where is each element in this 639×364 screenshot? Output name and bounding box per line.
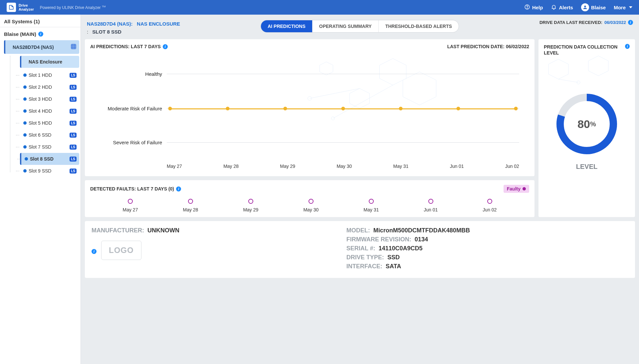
fault-day: May 27 — [123, 199, 138, 212]
x-tick: Jun 01 — [450, 164, 464, 169]
svg-point-2 — [584, 6, 586, 7]
status-dot-icon — [23, 73, 27, 77]
sidebar-slot-item[interactable]: Slot 5 HDDLS — [20, 117, 79, 129]
sidebar-enclosure-node[interactable]: NAS Enclosure — [20, 56, 79, 68]
data-point — [168, 107, 172, 110]
fault-marker-icon — [428, 199, 433, 204]
level-title: PREDICTION DATA COLLECTION LEVEL — [544, 44, 625, 56]
ls-badge: LS — [70, 109, 77, 114]
x-tick: May 31 — [393, 164, 409, 169]
slot-label: Slot 2 HDD — [29, 84, 52, 90]
sidebar-slot-item[interactable]: Slot 9 SSDLS — [20, 165, 79, 177]
slot-label: Slot 5 HDD — [29, 120, 52, 126]
status-dot-icon — [23, 145, 27, 149]
predictions-title: AI PREDICTIONS: LAST 7 DAYS — [90, 44, 161, 49]
slot-label: Slot 4 HDD — [29, 108, 52, 114]
sidebar-slot-item[interactable]: Slot 4 HDDLS — [20, 105, 79, 117]
sidebar-slot-item[interactable]: Slot 1 HDDLS — [20, 69, 79, 81]
fault-date: May 29 — [243, 207, 258, 212]
decorative-hex-bg — [90, 52, 529, 172]
predictions-card: AI PREDICTIONS: LAST 7 DAYS i LAST PREDI… — [85, 39, 534, 176]
main-content: NAS28D7D4 (NAS): NAS ENCLOSURE : SLOT 8 … — [81, 15, 639, 364]
tab-ai-predictions[interactable]: AI PREDICTIONS — [261, 20, 313, 32]
x-tick: May 27 — [167, 164, 182, 169]
sidebar-user-node[interactable]: Blaise (MAIN) i — [0, 27, 81, 40]
breadcrumb-nas[interactable]: NAS28D7D4 (NAS): — [87, 21, 133, 27]
fault-date: May 31 — [363, 207, 379, 212]
svg-point-9 — [331, 117, 335, 120]
breadcrumb: NAS28D7D4 (NAS): NAS ENCLOSURE : SLOT 8 … — [87, 20, 180, 36]
sidebar-slot-item[interactable]: Slot 3 HDDLS — [20, 93, 79, 105]
info-icon[interactable]: i — [38, 32, 43, 37]
sidebar-slot-item[interactable]: Slot 8 SSDLS — [20, 153, 79, 165]
status-dot-icon — [23, 85, 27, 89]
grid-icon[interactable] — [71, 44, 77, 51]
svg-marker-4 — [380, 59, 406, 85]
drive-info-card: MANUFACTURER: UNKNOWN i LOGO MODEL:Micro… — [85, 221, 635, 278]
slot-label: Slot 7 SSD — [29, 144, 51, 150]
ls-badge: LS — [70, 121, 77, 126]
svg-marker-7 — [320, 62, 333, 75]
powered-by: Powered by ULINK Drive Analyzer TM — [40, 5, 106, 10]
data-point — [226, 107, 230, 110]
sidebar-slot-item[interactable]: Slot 2 HDDLS — [20, 81, 79, 93]
y-moderate: Moderate Risk of Failure — [92, 106, 162, 111]
donut-value: 80 — [577, 118, 590, 131]
svg-rect-3 — [71, 44, 76, 49]
y-healthy: Healthy — [92, 71, 162, 77]
sidebar-slot-item[interactable]: Slot 6 SSDLS — [20, 129, 79, 141]
slot-label: Slot 8 SSD — [30, 156, 54, 162]
info-icon[interactable]: i — [176, 186, 181, 191]
donut-gauge: 80% — [555, 92, 618, 156]
alerts-link[interactable]: Alerts — [551, 4, 573, 11]
purple-dot-icon — [523, 187, 526, 190]
tab-bar: AI PREDICTIONS OPERATING SUMMARY THRESHO… — [261, 20, 459, 33]
svg-line-11 — [333, 85, 393, 118]
data-point — [456, 107, 460, 110]
info-icon[interactable]: i — [163, 44, 168, 49]
tab-threshold-alerts[interactable]: THRESHOLD-BASED ALERTS — [379, 20, 459, 32]
fault-day: May 31 — [363, 199, 379, 212]
svg-point-14 — [577, 81, 580, 84]
fault-day: Jun 01 — [424, 199, 438, 212]
data-point — [341, 107, 345, 110]
user-menu[interactable]: Blaise — [581, 3, 606, 11]
avatar-icon — [581, 3, 589, 11]
x-tick: May 29 — [280, 164, 295, 169]
svg-point-1 — [527, 8, 527, 8]
x-tick: Jun 02 — [505, 164, 519, 169]
status-dot-icon — [23, 121, 27, 125]
svg-line-15 — [558, 79, 578, 82]
info-icon[interactable]: i — [92, 249, 97, 254]
breadcrumb-enclosure[interactable]: NAS ENCLOSURE — [137, 21, 180, 27]
fault-date: May 27 — [123, 207, 138, 212]
fault-marker-icon — [248, 199, 253, 204]
data-point — [284, 107, 287, 110]
fault-day: May 28 — [183, 199, 198, 212]
info-icon[interactable]: i — [628, 20, 633, 25]
type-value: SSD — [387, 254, 400, 261]
data-point — [514, 107, 518, 110]
status-dot-icon — [23, 169, 27, 173]
status-dot-icon — [23, 133, 27, 137]
sidebar-all-systems[interactable]: All Systems (1) — [0, 15, 81, 27]
sidebar-nas-node[interactable]: NAS28D7D4 (NAS) — [4, 40, 79, 54]
help-link[interactable]: Help — [524, 4, 543, 11]
x-tick: May 28 — [223, 164, 239, 169]
sidebar-slot-item[interactable]: Slot 7 SSDLS — [20, 141, 79, 153]
more-menu[interactable]: More — [614, 5, 632, 10]
svg-marker-12 — [548, 59, 568, 79]
fw-value: 0134 — [415, 236, 428, 243]
data-point — [399, 107, 402, 110]
logo-placeholder: LOGO — [101, 241, 141, 260]
tab-operating-summary[interactable]: OPERATING SUMMARY — [313, 20, 379, 32]
fault-date: May 30 — [303, 207, 319, 212]
ls-badge: LS — [70, 157, 77, 162]
info-icon[interactable]: i — [625, 44, 630, 49]
status-dot-icon — [23, 97, 27, 101]
fault-day: Jun 02 — [483, 199, 497, 212]
app-header: Drive Analyzer Powered by ULINK Drive An… — [0, 0, 639, 15]
breadcrumb-current: SLOT 8 SSD — [90, 29, 121, 35]
faults-card: DETECTED FAULTS: LAST 7 DAYS (0) i Fault… — [85, 180, 534, 217]
brand[interactable]: Drive Analyzer — [7, 3, 34, 12]
